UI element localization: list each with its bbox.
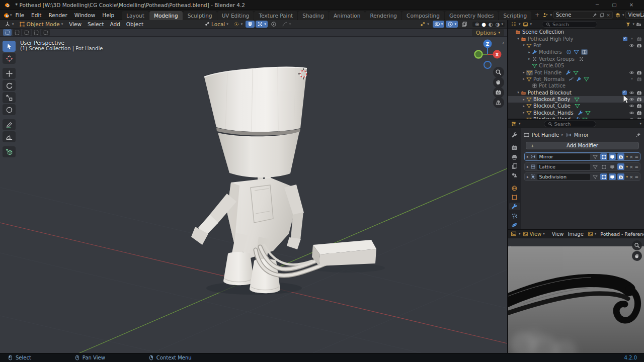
expand-icon[interactable]: ▸	[527, 57, 532, 61]
new-scene-icon[interactable]	[599, 13, 604, 18]
maximize-button[interactable]: ▢	[606, 2, 623, 8]
camera-icon[interactable]	[636, 70, 642, 75]
modifier-name-field[interactable]: Lattice	[537, 164, 591, 170]
object-visibility-toggle[interactable]: ▾	[446, 21, 458, 28]
new-collection-icon[interactable]	[636, 22, 641, 27]
pothead-model[interactable]	[191, 67, 385, 295]
toggle-edit-mode[interactable]	[600, 153, 607, 160]
show-overlays-toggle[interactable]: ▾	[433, 21, 445, 28]
browse-image-icon[interactable]	[588, 231, 593, 237]
delete-modifier-icon[interactable]: ×	[629, 164, 633, 169]
properties-tab-object[interactable]	[509, 194, 520, 201]
proportional-falloff-selector[interactable]: ▾	[280, 21, 293, 28]
shading-solid-button[interactable]: ●	[480, 22, 487, 27]
breadcrumb-object[interactable]: Pot Handle	[532, 132, 559, 138]
expand-icon[interactable]: ▸	[527, 155, 529, 159]
show-gizmos-toggle[interactable]: ▾	[418, 21, 431, 28]
tool-add-cube[interactable]	[3, 146, 16, 157]
outliner-row-pothead-high-poly[interactable]: ▾Pothead High Poly▾	[508, 35, 644, 42]
tool-measure[interactable]	[3, 131, 16, 142]
outliner-row-scene-collection[interactable]: Scene Collection	[508, 29, 644, 35]
eye-icon[interactable]	[629, 43, 634, 48]
outliner-row-pot-handle[interactable]: ▸Pot Handle	[508, 69, 644, 75]
toggle-render[interactable]	[617, 153, 624, 160]
tool-move[interactable]	[3, 68, 16, 79]
toggle-realtime[interactable]	[609, 163, 616, 170]
view-layer-selector[interactable]: ▾ ViewLayer ×	[615, 11, 644, 19]
reference-image[interactable]: ›	[508, 238, 644, 354]
region-collapse-icon[interactable]: ‹	[502, 40, 504, 46]
menu-render[interactable]: Render	[45, 11, 70, 19]
expand-icon[interactable]: ▾	[516, 90, 521, 95]
delete-modifier-icon[interactable]: ×	[629, 154, 633, 159]
tab-compositing[interactable]: Compositing	[402, 11, 444, 20]
menu-window[interactable]: Window	[71, 11, 99, 19]
toggle-edit-mode[interactable]	[600, 163, 607, 170]
properties-tab-render[interactable]	[509, 144, 520, 151]
select-mode-new[interactable]	[3, 29, 12, 36]
camera-icon[interactable]	[636, 36, 642, 42]
modifier-lattice[interactable]: ▸Lattice▾×≡	[524, 162, 640, 171]
outliner-row-pot[interactable]: ▾Pot	[508, 42, 644, 49]
select-mode-intersect[interactable]	[41, 29, 50, 36]
properties-tab-world[interactable]	[509, 184, 520, 192]
blender-menu-icon[interactable]	[3, 12, 10, 19]
expand-icon[interactable]: ▸	[521, 111, 526, 115]
view-layer-name[interactable]: ViewLayer	[628, 12, 644, 18]
menu-file[interactable]: File	[12, 11, 28, 19]
tab-sculpting[interactable]: Sculpting	[183, 11, 217, 20]
outliner-row-blockout-hands[interactable]: ▸Blockout_Hands	[508, 110, 644, 116]
select-mode-invert[interactable]	[32, 29, 40, 36]
expand-icon[interactable]: ▸	[527, 175, 529, 179]
delete-modifier-icon[interactable]: ×	[629, 174, 633, 179]
toggle-on-cage[interactable]	[592, 163, 599, 170]
xray-toggle[interactable]	[459, 21, 469, 28]
image-menu-image[interactable]: Image	[566, 231, 586, 237]
toggle-edit-mode[interactable]	[600, 173, 607, 180]
tab-uv-editing[interactable]: UV Editing	[217, 11, 254, 20]
unlink-scene-icon[interactable]: ×	[606, 13, 610, 18]
snap-toggle[interactable]	[246, 21, 255, 28]
toggle-render[interactable]	[617, 163, 624, 170]
toggle-on-cage[interactable]	[592, 153, 599, 160]
tab-layout[interactable]: Layout	[122, 11, 149, 20]
viewport-canvas[interactable]: Z X ‹ User Perspective (1) Scene Collect…	[0, 37, 507, 353]
hide-icon[interactable]: ▾	[629, 37, 634, 41]
tab-texture-paint[interactable]: Texture Paint	[254, 11, 297, 20]
properties-editor-icon[interactable]	[511, 121, 517, 127]
pin-icon[interactable]	[592, 13, 597, 18]
shading-wireframe-button[interactable]: ⊕	[474, 22, 480, 27]
tab-rendering[interactable]: Rendering	[365, 11, 401, 20]
properties-tab-view-layer[interactable]	[509, 162, 520, 170]
menu-help[interactable]: Help	[99, 11, 118, 19]
image-editor-icon[interactable]	[511, 231, 517, 237]
modifier-mirror[interactable]: ▸Mirror▾×≡	[524, 152, 640, 161]
expand-icon[interactable]: ▸	[527, 165, 529, 169]
close-button[interactable]: ×	[623, 2, 640, 8]
modifier-extras-icon[interactable]: ▾	[626, 175, 628, 179]
image-mode-selector[interactable]: View ▾	[523, 231, 545, 237]
properties-tab-modifiers[interactable]	[509, 203, 520, 210]
scene-name[interactable]: Scene	[556, 12, 572, 18]
hide-icon[interactable]: ▾	[629, 77, 634, 81]
properties-tab-output[interactable]	[509, 153, 520, 161]
outliner-row-pot-lattice[interactable]: Pot Lattice	[508, 82, 644, 89]
region-expand-icon[interactable]: ›	[509, 244, 511, 249]
expand-icon[interactable]: ▸	[521, 77, 526, 81]
shading-rendered-button[interactable]: ◑	[495, 22, 501, 27]
scene-selector[interactable]: ▾ Scene ×	[542, 11, 613, 19]
expand-icon[interactable]: ▾	[516, 37, 521, 41]
camera-icon[interactable]	[636, 103, 642, 109]
shading-material-preview-button[interactable]: ◐	[488, 22, 494, 27]
select-mode-subtract[interactable]	[22, 29, 31, 36]
tab-geometry-nodes[interactable]: Geometry Nodes	[445, 11, 499, 20]
add-modifier-button[interactable]: ＋ Add Modifier	[526, 142, 639, 149]
expand-icon[interactable]: ▸	[527, 50, 532, 54]
viewport-menu-object[interactable]: Object	[123, 21, 146, 28]
properties-search[interactable]: Search	[544, 121, 596, 127]
properties-tab-physics[interactable]	[509, 221, 520, 229]
tool-cursor[interactable]	[3, 53, 16, 64]
filter-icon[interactable]	[625, 22, 631, 27]
modifier-name-field[interactable]: Mirror	[537, 154, 591, 160]
tool-scale[interactable]	[3, 92, 16, 103]
